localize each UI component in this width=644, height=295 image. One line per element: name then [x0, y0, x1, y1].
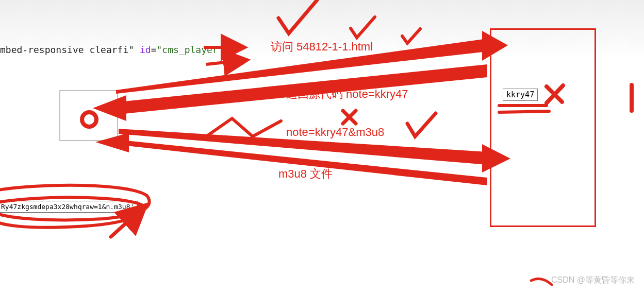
checkmark-1 — [278, 0, 317, 33]
label-response-2: m3u8 文件 — [278, 166, 333, 182]
scribble-caret — [206, 118, 281, 136]
server-box — [490, 28, 596, 227]
watermark: CSDN @等黄昏等你来 — [551, 275, 635, 286]
code-text-prefix: mbed-responsive clearfi" — [0, 44, 140, 55]
watermark-text: CSDN @等黄昏等你来 — [551, 275, 635, 284]
stray-stroke — [531, 279, 552, 285]
label-request-2: note=kkry47&m3u8 — [286, 126, 384, 139]
client-box — [59, 90, 118, 141]
code-snippet-bottom-text: Ry47zkgsmdepa3x28whqraw=1&n.m3u8' — [1, 203, 134, 211]
move-cursor-icon: ✥ — [317, 141, 324, 152]
small-arrow-bottom — [111, 211, 139, 237]
label-response-1: 返回源代码 note=kkry47 — [286, 86, 408, 102]
checkmark-3 — [402, 29, 420, 43]
server-note-box: kkry47 — [503, 89, 538, 101]
small-arrow-2 — [206, 61, 240, 64]
code-text-attr: id — [140, 44, 151, 55]
checkmark-4 — [407, 113, 436, 136]
code-text-val: "cms_player" — [156, 44, 223, 55]
code-snippet-bottom: Ry47zkgsmdepa3x28whqraw=1&n.m3u8' — [0, 201, 138, 213]
code-snippet-top: mbed-responsive clearfi" id="cms_player"… — [0, 44, 229, 55]
checkmark-2 — [351, 17, 375, 38]
label-request-1: 访问 54812-1-1.html — [271, 39, 373, 55]
x-mark-middle — [343, 111, 356, 124]
code-text-eq: = — [151, 44, 157, 55]
server-note-text: kkry47 — [506, 90, 534, 99]
code-text-suffix: > — [224, 44, 229, 55]
